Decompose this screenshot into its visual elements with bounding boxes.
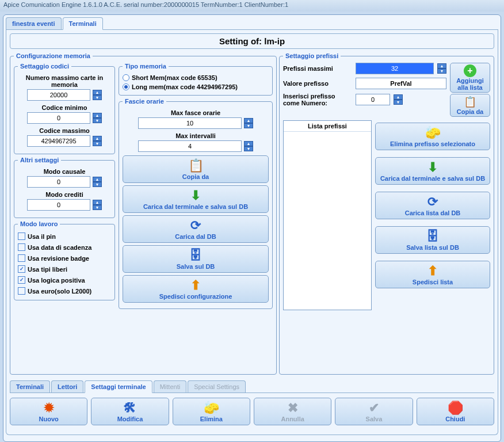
stop-icon: 🛑 xyxy=(419,401,491,416)
input-prefissi-max[interactable] xyxy=(356,63,434,74)
label-euro: Usa euro(solo L2000) xyxy=(28,288,91,295)
btn-salva-db[interactable]: 🗄Salva sul DB xyxy=(123,245,269,273)
subtab-special-settings[interactable]: Special Settings xyxy=(188,380,246,393)
btn-modifica[interactable]: 🛠Modifica xyxy=(91,398,169,425)
spinner-crediti[interactable]: ▲▼ xyxy=(93,200,102,210)
label-badge: Usa revisione badge xyxy=(28,255,89,262)
checkbox-positiva[interactable]: ✓ xyxy=(18,276,25,284)
spinner-cod-min[interactable]: ▲▼ xyxy=(93,113,102,123)
lista-prefissi-header: Lista prefissi xyxy=(284,121,371,132)
btn-carica-db[interactable]: ⟳Carica dal DB xyxy=(123,215,269,243)
btn-salva[interactable]: ✔Salva xyxy=(335,398,413,425)
eraser-icon: 🧽 xyxy=(378,125,487,140)
checkbox-scadenza[interactable] xyxy=(18,243,25,251)
btn-aggiungi-lista[interactable]: +Aggiungi alla lista xyxy=(450,63,490,93)
altri-settaggi-legend: Altri settaggi xyxy=(18,157,61,163)
send-icon: ⬆ xyxy=(378,264,487,279)
input-crediti[interactable] xyxy=(27,199,90,211)
sub-tabs: Terminali Lettori Settaggi terminale Mit… xyxy=(10,380,494,393)
settaggio-prefissi-legend: Settaggio prefissi xyxy=(283,52,341,59)
new-icon: ✹ xyxy=(13,401,85,416)
spinner-max-int[interactable]: ▲▼ xyxy=(244,141,253,151)
tab-events[interactable]: finestra eventi xyxy=(6,17,62,29)
label-max-carte: Numero massimo carte in memoria xyxy=(18,74,111,88)
database-icon: 🗄 xyxy=(125,248,266,263)
fascie-orarie-group: Fascie orarie Max fasce orarie ▲▼ Max in… xyxy=(119,98,273,309)
label-inserisci-prefisso: Inserisci prefisso come Numero: xyxy=(283,93,352,106)
label-prefissi-max: Prefissi massimi xyxy=(283,65,352,72)
label-long-mem: Long mem(max code 44294967295) xyxy=(132,83,238,90)
spinner-max-carte[interactable]: ▲▼ xyxy=(93,90,102,100)
send-icon: ⬆ xyxy=(125,278,266,293)
input-valore-prefisso[interactable] xyxy=(356,78,446,89)
tools-icon: 🛠 xyxy=(94,401,166,416)
database-icon: 🗄 xyxy=(378,229,487,244)
spinner-causale[interactable]: ▲▼ xyxy=(93,177,102,187)
radio-long-mem[interactable] xyxy=(123,83,129,90)
spinner-prefissi-max[interactable]: ▲▼ xyxy=(437,63,446,74)
config-memoria-group: Configurazione memoria Settaggio codici … xyxy=(10,52,277,375)
label-tipi: Usa tipi liberi xyxy=(28,266,67,273)
input-max-carte[interactable] xyxy=(27,89,90,101)
spinner-inserisci-prefisso[interactable]: ▲▼ xyxy=(394,94,403,105)
radio-short-mem[interactable] xyxy=(123,74,129,81)
btn-annulla[interactable]: ✖Annulla xyxy=(254,398,331,425)
subtab-mittenti[interactable]: Mittenti xyxy=(154,380,186,393)
input-max-int[interactable] xyxy=(138,140,242,152)
checkbox-euro[interactable] xyxy=(18,287,25,295)
spinner-max-fasce[interactable]: ▲▼ xyxy=(244,118,253,128)
btn-spedisci-config[interactable]: ⬆Spedisci configurazione xyxy=(123,275,269,303)
label-short-mem: Short Mem(max code 65535) xyxy=(132,74,217,81)
bottom-toolbar: ✹Nuovo 🛠Modifica 🧽Elimina ✖Annulla ✔Salv… xyxy=(10,398,494,425)
input-causale[interactable] xyxy=(27,176,90,188)
input-max-fasce[interactable] xyxy=(138,117,242,129)
checkbox-tipi[interactable]: ✓ xyxy=(18,265,25,273)
lista-prefissi[interactable]: Lista prefissi xyxy=(283,120,372,310)
tab-terminals[interactable]: Terminali xyxy=(63,17,103,30)
spinner-cod-max[interactable]: ▲▼ xyxy=(93,136,102,146)
label-max-fasce: Max fasce orarie xyxy=(123,109,269,116)
label-pin: Usa il pin xyxy=(28,233,56,240)
btn-elimina-prefisso[interactable]: 🧽Elimina prefisso selezionato xyxy=(375,123,490,150)
btn-copia-da[interactable]: 📋Copia da xyxy=(123,155,269,183)
setting-title: Setting of: lm-ip xyxy=(10,33,494,49)
label-cod-max: Codice massimo xyxy=(18,127,111,134)
copy-icon: 📋 xyxy=(125,158,266,173)
label-scadenza: Usa data di scadenza xyxy=(28,244,91,251)
checkbox-pin[interactable] xyxy=(18,233,25,240)
content-area: Setting of: lm-ip Configurazione memoria… xyxy=(6,30,498,435)
label-crediti: Modo crediti xyxy=(18,191,111,198)
btn-carica-lista-db[interactable]: ⟳Carica lista dal DB xyxy=(375,192,490,219)
checkbox-badge[interactable] xyxy=(18,254,25,262)
btn-carica-terminale-prefissi[interactable]: ⬇Carica dal terminale e salva sul DB xyxy=(375,157,490,185)
btn-copia-da-prefissi[interactable]: 📋Copia da xyxy=(450,94,490,117)
input-cod-max[interactable] xyxy=(27,135,90,147)
tipo-memoria-legend: Tipo memoria xyxy=(123,63,169,70)
top-tabs: finestra eventi Terminali xyxy=(6,17,498,30)
btn-elimina[interactable]: 🧽Elimina xyxy=(173,398,250,425)
settaggio-prefissi-group: Settaggio prefissi Prefissi massimi▲▼ Va… xyxy=(279,52,494,375)
btn-chiudi[interactable]: 🛑Chiudi xyxy=(417,398,494,425)
input-inserisci-prefisso[interactable] xyxy=(356,94,390,105)
plus-icon: + xyxy=(452,64,488,77)
btn-carica-terminale[interactable]: ⬇Carica dal terminale e salva sul DB xyxy=(123,185,269,213)
subtab-lettori[interactable]: Lettori xyxy=(51,380,83,393)
altri-settaggi-group: Altri settaggi Modo causale ▲▼ Modo cred… xyxy=(14,157,115,218)
download-icon: ⬇ xyxy=(125,188,266,203)
fascie-orarie-legend: Fascie orarie xyxy=(123,98,166,105)
check-icon: ✔ xyxy=(338,401,410,416)
subtab-terminali[interactable]: Terminali xyxy=(10,380,50,393)
subtab-settaggi-terminale[interactable]: Settaggi terminale xyxy=(85,380,152,393)
btn-spedisci-lista[interactable]: ⬆Spedisci lista xyxy=(375,261,490,288)
btn-salva-lista-db[interactable]: 🗄Salva lista sul DB xyxy=(375,226,490,254)
label-cod-min: Codice minimo xyxy=(18,104,111,111)
download-icon: ⬇ xyxy=(378,160,487,175)
settaggio-codici-group: Settaggio codici Numero massimo carte in… xyxy=(14,63,115,154)
main-window: finestra eventi Terminali Setting of: lm… xyxy=(3,14,501,442)
refresh-icon: ⟳ xyxy=(378,195,487,209)
modo-lavoro-legend: Modo lavoro xyxy=(18,220,60,227)
label-valore-prefisso: Valore prefisso xyxy=(283,80,352,87)
btn-nuovo[interactable]: ✹Nuovo xyxy=(10,398,87,425)
input-cod-min[interactable] xyxy=(27,112,90,124)
label-positiva: Usa logica positiva xyxy=(28,277,85,284)
